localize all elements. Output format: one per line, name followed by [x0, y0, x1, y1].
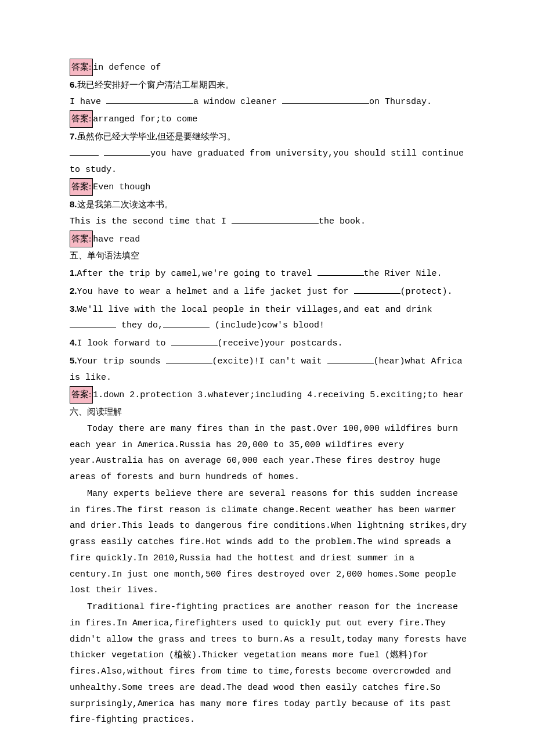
section-5-title: 五、单句语法填空 — [70, 248, 470, 264]
item-number: 7. — [70, 131, 77, 141]
text-part: I have — [70, 97, 106, 107]
fill-blank[interactable] — [232, 214, 319, 224]
answer-7: 答案:Even though — [70, 178, 470, 196]
fill-blank[interactable] — [104, 146, 150, 156]
item-number: 2. — [70, 286, 77, 296]
answer-6: 答案:arranged for;to come — [70, 110, 470, 128]
item-number: 3. — [70, 304, 77, 314]
document-page: 答案:in defence of 6.我已经安排好一个窗户清洁工星期四来。 I … — [0, 0, 534, 756]
item-number: 8. — [70, 199, 77, 209]
question-8-en: This is the second time that I the book. — [70, 214, 470, 230]
reading-paragraph-2: Many experts believe there are several r… — [70, 486, 470, 599]
fill-blank[interactable] — [354, 285, 400, 294]
question-7-cn: 7.虽然你已经大学毕业,但还是要继续学习。 — [70, 128, 470, 145]
fill-blank[interactable] — [282, 95, 369, 104]
fill-blank[interactable] — [163, 318, 210, 327]
item-number: 6. — [70, 80, 77, 89]
text-part: a window cleaner — [193, 97, 282, 107]
fill-blank[interactable] — [317, 267, 364, 276]
text-part: (receive)your postcards. — [218, 339, 343, 348]
fill-blank[interactable] — [70, 146, 99, 156]
text-part: (include)cow's blood! — [210, 321, 324, 330]
section-5-answers: 答案:1.down 2.protection 3.whatever;includ… — [70, 386, 470, 404]
grammar-item-2: 2.You have to wear a helmet and a life j… — [70, 283, 470, 300]
item-number: 5. — [70, 355, 77, 365]
item-number: 4. — [70, 337, 77, 347]
section-6-title: 六、阅读理解 — [70, 404, 470, 420]
grammar-item-5: 5.Your trip sounds (excite)!I can't wait… — [70, 352, 470, 386]
text-part: You have to wear a helmet and a life jac… — [77, 287, 354, 297]
question-8-cn: 8.这是我第二次读这本书。 — [70, 196, 470, 213]
answer-text: Even though — [93, 182, 150, 192]
text-part: After the trip by camel,we're going to t… — [77, 269, 317, 279]
text-part: on Thursday. — [369, 97, 432, 107]
text-part: they do, — [116, 321, 163, 330]
fill-blank[interactable] — [171, 336, 218, 345]
grammar-item-1: 1.After the trip by camel,we're going to… — [70, 265, 470, 282]
answer-label: 答案: — [70, 59, 93, 76]
grammar-item-3: 3.We'll live with the local people in th… — [70, 301, 470, 334]
reading-paragraph-1: Today there are many fires than in the p… — [70, 421, 470, 485]
fill-blank[interactable] — [70, 318, 116, 327]
answer-text: have read — [93, 235, 140, 244]
answer-label: 答案: — [70, 178, 93, 196]
answer-label: 答案: — [70, 386, 93, 404]
grammar-item-4: 4.I look forward to (receive)your postca… — [70, 334, 470, 352]
answer-text: in defence of — [93, 63, 161, 73]
text-part: the River Nile. — [364, 269, 442, 279]
text-part: We'll live with the local people in thei… — [77, 305, 432, 315]
answer-5: 答案:in defence of — [70, 59, 470, 76]
text-part: Your trip sounds — [77, 357, 166, 366]
question-text: 这是我第二次读这本书。 — [77, 200, 173, 209]
text-part: (excite)!I can't wait — [212, 357, 327, 366]
answer-label: 答案: — [70, 110, 93, 128]
answer-text: 1.down 2.protection 3.whatever;including… — [93, 390, 464, 400]
fill-blank[interactable] — [327, 354, 374, 363]
fill-blank[interactable] — [106, 95, 193, 104]
text-part: (protect). — [400, 287, 453, 297]
answer-8: 答案:have read — [70, 231, 470, 248]
answer-label: 答案: — [70, 231, 93, 248]
fill-blank[interactable] — [166, 354, 212, 363]
question-6-cn: 6.我已经安排好一个窗户清洁工星期四来。 — [70, 77, 470, 93]
answer-text: arranged for;to come — [93, 114, 197, 124]
item-number: 1. — [70, 268, 77, 278]
text-part: I look forward to — [77, 339, 171, 348]
question-6-en: I have a window cleaner on Thursday. — [70, 94, 470, 110]
text-part: the book. — [319, 217, 366, 226]
question-text: 虽然你已经大学毕业,但还是要继续学习。 — [77, 132, 236, 141]
text-part: This is the second time that I — [70, 217, 232, 226]
question-text: 我已经安排好一个窗户清洁工星期四来。 — [77, 80, 234, 89]
question-7-en: you have graduated from university,you s… — [70, 146, 470, 178]
reading-paragraph-3: Traditional fire-fighting practices are … — [70, 599, 470, 728]
